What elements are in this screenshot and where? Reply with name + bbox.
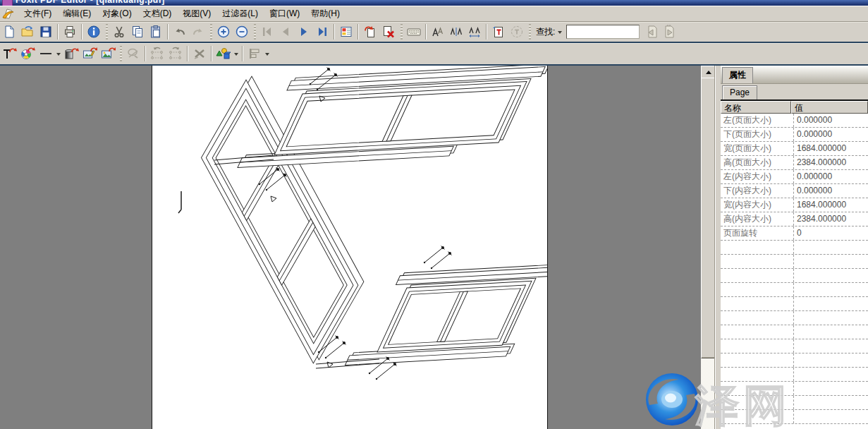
page-thumbnails-button[interactable] [337, 23, 355, 40]
redo-button[interactable] [189, 23, 207, 40]
property-row[interactable]: 高(页面大小)2384.000000 [721, 156, 868, 170]
chevron-down-icon [558, 31, 562, 36]
property-value[interactable]: 1684.000000 [794, 142, 868, 155]
line-style-dropdown[interactable] [55, 46, 62, 61]
property-row-empty [721, 354, 868, 368]
menu-window[interactable]: 窗口(W) [264, 6, 305, 21]
menu-object[interactable]: 对象(O) [97, 6, 137, 21]
menu-view[interactable]: 视图(V) [177, 6, 216, 21]
zoom-out-button[interactable] [233, 23, 251, 40]
document-info-button[interactable] [85, 23, 103, 40]
add-text-button[interactable] [489, 23, 508, 40]
property-row[interactable]: 下(内容大小)0.000000 [721, 184, 868, 198]
delete-object-icon [192, 46, 207, 61]
add-text-object-button[interactable] [0, 45, 18, 62]
add-image-button[interactable] [99, 45, 117, 62]
property-value[interactable]: 1684.000000 [794, 198, 868, 212]
menu-edit[interactable]: 编辑(E) [57, 6, 97, 21]
letter-spacing-icon [449, 25, 463, 39]
horizontal-scale-icon [467, 25, 482, 39]
tab-properties[interactable]: 属性 [722, 67, 753, 83]
find-input[interactable] [566, 25, 640, 39]
virtual-keyboard-button[interactable] [405, 23, 423, 40]
edit-image-button[interactable] [80, 45, 99, 62]
toolbar-grip[interactable] [401, 24, 403, 40]
open-file-button[interactable] [18, 23, 37, 40]
last-page-button[interactable] [313, 23, 331, 40]
property-value[interactable]: 0.000000 [794, 184, 868, 198]
next-page-button[interactable] [295, 23, 313, 40]
property-name: 高(页面大小) [721, 156, 794, 169]
property-name: 下(内容大小) [721, 184, 794, 198]
font-icon [431, 25, 445, 39]
save-button[interactable] [37, 23, 55, 40]
erase-tool-button[interactable] [124, 45, 142, 62]
toolbar-grip[interactable] [254, 24, 256, 40]
menu-filter[interactable]: 过滤器(L) [216, 6, 264, 21]
rotate-selection-right-button[interactable] [166, 45, 185, 62]
first-page-button[interactable] [258, 23, 276, 40]
undo-button[interactable] [171, 23, 189, 40]
menu-document[interactable]: 文档(D) [137, 6, 178, 21]
property-value[interactable]: 2384.000000 [794, 212, 868, 226]
add-color-object-button[interactable] [18, 45, 37, 62]
menu-file[interactable]: 文件(F) [18, 6, 57, 21]
find-next-button[interactable] [661, 23, 679, 40]
scrollbar-thumb[interactable] [701, 78, 716, 358]
edit-image-icon [82, 46, 97, 61]
tab-page[interactable]: Page [722, 85, 757, 99]
add-shading-button[interactable] [62, 45, 80, 62]
copy-button[interactable] [128, 23, 147, 40]
property-row[interactable]: 宽(内容大小)1684.000000 [721, 198, 868, 212]
property-row[interactable]: 左(页面大小)0.000000 [721, 114, 868, 128]
property-name: 页面旋转 [721, 226, 794, 240]
align-objects-button[interactable] [245, 45, 264, 62]
print-button[interactable] [61, 23, 79, 40]
text-direction-button[interactable] [508, 23, 526, 40]
document-app-icon[interactable] [1, 7, 16, 20]
property-row[interactable]: 左(内容大小)0.000000 [721, 170, 868, 184]
first-page-icon [260, 25, 274, 39]
horizontal-scale-button[interactable] [465, 23, 484, 40]
toolbar-grip[interactable] [106, 24, 108, 40]
property-row-empty [721, 311, 868, 325]
find-previous-button[interactable] [642, 23, 661, 40]
property-row[interactable]: 下(页面大小)0.000000 [721, 128, 868, 142]
toolbar-grip[interactable] [210, 24, 212, 40]
vertical-scrollbar[interactable] [701, 66, 714, 429]
rotate-page-button[interactable] [361, 23, 379, 40]
property-value[interactable]: 0.000000 [794, 128, 868, 141]
property-row[interactable]: 高(内容大小)2384.000000 [721, 212, 868, 226]
delete-object-button[interactable] [190, 45, 209, 62]
document-page[interactable] [152, 66, 548, 429]
property-value[interactable]: 0.000000 [794, 114, 868, 127]
line-style-button[interactable] [37, 45, 55, 62]
insert-shapes-button[interactable] [214, 45, 233, 62]
new-document-button[interactable] [0, 23, 18, 40]
property-value[interactable]: 2384.000000 [794, 156, 868, 169]
property-value[interactable]: 0 [794, 226, 868, 240]
toolbar-grip[interactable] [529, 24, 531, 40]
align-dropdown[interactable] [264, 46, 271, 61]
rotate-page-icon [363, 25, 377, 39]
property-row[interactable]: 页面旋转0 [721, 226, 868, 241]
find-previous-icon [644, 25, 659, 39]
property-value[interactable]: 0.000000 [794, 170, 868, 183]
properties-header: 属性 [721, 66, 868, 84]
font-button[interactable] [429, 23, 447, 40]
letter-spacing-button[interactable] [447, 23, 465, 40]
find-options-dropdown[interactable] [556, 24, 563, 40]
paste-icon [149, 25, 163, 39]
previous-page-button[interactable] [276, 23, 295, 40]
paste-button[interactable] [147, 23, 165, 40]
toolbar-grip[interactable] [120, 46, 122, 61]
delete-page-button[interactable] [379, 23, 398, 40]
menu-help[interactable]: 帮助(H) [305, 6, 346, 21]
property-row[interactable]: 宽(页面大小)1684.000000 [721, 142, 868, 156]
previous-page-icon [279, 25, 293, 39]
rotate-selection-left-button[interactable] [148, 45, 166, 62]
app-icon[interactable] [2, 0, 13, 6]
cut-button[interactable] [110, 23, 128, 40]
shapes-dropdown[interactable] [233, 46, 240, 61]
zoom-in-button[interactable] [214, 23, 233, 40]
